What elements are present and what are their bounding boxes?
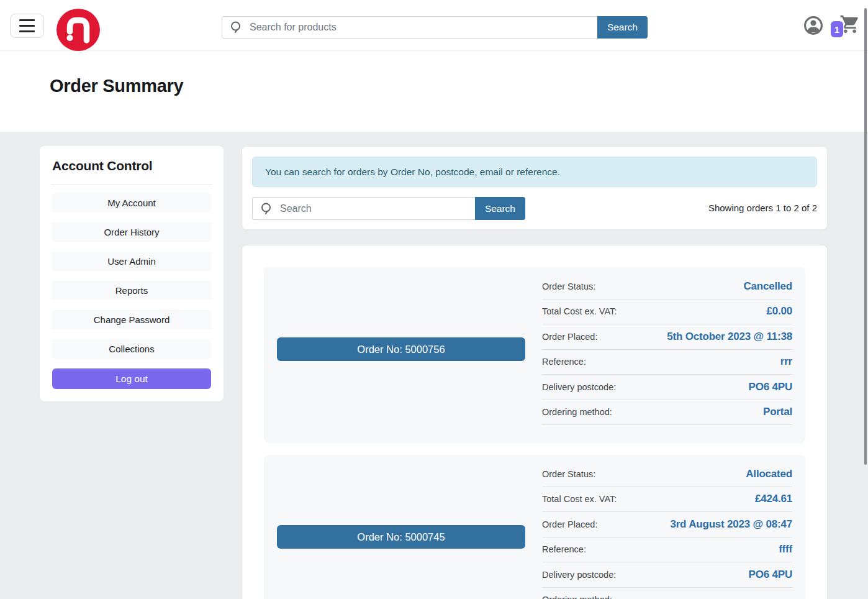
orders-main-column: You can search for orders by Order No, p… <box>242 146 828 599</box>
product-search-bar: Search <box>222 16 648 39</box>
order-placed-value: 3rd August 2023 @ 08:47 <box>670 518 792 531</box>
search-icon <box>230 21 243 34</box>
sidebar-divider <box>51 184 212 185</box>
order-details: Order Status: Allocated Total Cost ex. V… <box>542 462 792 599</box>
order-search-panel: You can search for orders by Order No, p… <box>242 146 828 230</box>
ordering-method-row: Ordering method: Portal <box>542 400 792 426</box>
hamburger-menu-icon <box>19 19 35 21</box>
total-cost-row: Total Cost ex. VAT: £424.61 <box>542 487 792 513</box>
total-cost-value: £0.00 <box>766 305 792 318</box>
sidebar-item-user-admin[interactable]: User Admin <box>52 252 211 271</box>
order-search-button[interactable]: Search <box>475 197 525 220</box>
order-card: Order No: 5000745 Order Status: Allocate… <box>264 455 805 599</box>
delivery-postcode-row: Delivery postcode: PO6 4PU <box>542 375 792 400</box>
order-status-row: Order Status: Allocated <box>542 462 792 487</box>
sidebar-item-reports[interactable]: Reports <box>52 281 211 300</box>
sidebar-item-change-password[interactable]: Change Password <box>52 310 211 329</box>
reference-value: ffff <box>779 543 792 556</box>
order-status-row: Order Status: Cancelled <box>542 274 792 300</box>
order-placed-row: Order Placed: 5th October 2023 @ 11:38 <box>542 324 792 350</box>
sidebar-item-order-history[interactable]: Order History <box>52 222 211 242</box>
product-search-button[interactable]: Search <box>597 16 648 39</box>
account-control-sidebar: Account Control My Account Order History… <box>40 146 224 401</box>
total-cost-row: Total Cost ex. VAT: £0.00 <box>542 300 792 325</box>
orders-list-panel: Order No: 5000756 Order Status: Cancelle… <box>242 245 828 599</box>
order-number-button[interactable]: Order No: 5000756 <box>277 337 525 361</box>
order-placed-value: 5th October 2023 @ 11:38 <box>667 331 792 343</box>
account-icon <box>804 16 823 35</box>
sidebar-heading: Account Control <box>52 158 211 173</box>
showing-orders-text: Showing orders 1 to 2 of 2 <box>708 203 817 213</box>
order-search-bar: Search <box>252 197 525 220</box>
order-details: Order Status: Cancelled Total Cost ex. V… <box>542 274 792 425</box>
reference-value: rrr <box>780 355 792 368</box>
info-alert: You can search for orders by Order No, p… <box>252 157 817 187</box>
order-status-value: Cancelled <box>743 280 792 293</box>
order-card: Order No: 5000756 Order Status: Cancelle… <box>264 267 805 443</box>
brand-n-logo-icon <box>57 9 100 51</box>
delivery-postcode-value: PO6 4PU <box>749 381 792 393</box>
delivery-postcode-value: PO6 4PU <box>749 569 792 581</box>
delivery-postcode-row: Delivery postcode: PO6 4PU <box>542 562 792 588</box>
product-search-input[interactable] <box>222 16 597 39</box>
sidebar-item-my-account[interactable]: My Account <box>52 193 211 213</box>
order-status-value: Allocated <box>746 468 792 480</box>
sidebar-item-collections[interactable]: Collections <box>52 339 211 359</box>
scrollbar[interactable] <box>864 8 867 465</box>
cart-count-badge: 1 <box>831 21 843 37</box>
order-placed-row: Order Placed: 3rd August 2023 @ 08:47 <box>542 512 792 537</box>
content-area: Account Control My Account Order History… <box>0 132 868 599</box>
page-title: Order Summary <box>0 51 868 96</box>
logout-button[interactable]: Log out <box>52 368 211 389</box>
reference-row: Reference: rrr <box>542 350 792 375</box>
reference-row: Reference: ffff <box>542 537 792 563</box>
menu-button[interactable] <box>10 14 44 38</box>
order-number-button[interactable]: Order No: 5000745 <box>277 525 525 549</box>
ordering-method-row: Ordering method: <box>542 588 792 599</box>
title-section: Order Summary <box>0 51 868 131</box>
order-search-input[interactable] <box>252 197 475 220</box>
top-navbar: Search 1 <box>0 0 868 51</box>
search-icon <box>260 202 274 216</box>
total-cost-value: £424.61 <box>755 493 792 505</box>
account-button[interactable] <box>804 16 823 35</box>
ordering-method-value: Portal <box>763 406 792 418</box>
brand-logo[interactable] <box>57 9 100 51</box>
